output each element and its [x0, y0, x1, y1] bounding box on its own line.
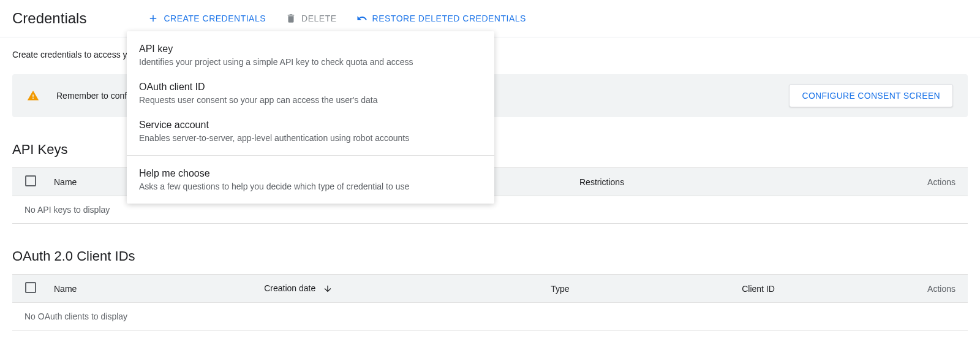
plus-icon	[148, 13, 159, 24]
content: API key Identifies your project using a …	[0, 37, 980, 363]
arrow-down-icon	[323, 283, 333, 294]
delete-label: DELETE	[301, 13, 336, 23]
dropdown-item-oauth-client-id[interactable]: OAuth client ID Requests user consent so…	[127, 74, 494, 112]
dropdown-item-title: API key	[139, 44, 482, 55]
create-credentials-label: CREATE CREDENTIALS	[164, 13, 266, 23]
select-all-checkbox[interactable]	[25, 175, 36, 186]
column-name[interactable]: Name	[49, 275, 259, 303]
configure-consent-button[interactable]: CONFIGURE CONSENT SCREEN	[789, 84, 953, 107]
dropdown-item-title: Help me choose	[139, 168, 482, 179]
dropdown-item-api-key[interactable]: API key Identifies your project using a …	[127, 36, 494, 74]
dropdown-item-desc: Asks a few questions to help you decide …	[139, 182, 482, 191]
column-actions: Actions	[849, 275, 968, 303]
empty-message: No OAuth clients to display	[12, 303, 968, 331]
dropdown-item-title: Service account	[139, 120, 482, 131]
restore-deleted-button[interactable]: RESTORE DELETED CREDENTIALS	[356, 13, 526, 24]
dropdown-divider	[127, 155, 494, 156]
create-credentials-dropdown: API key Identifies your project using a …	[127, 31, 494, 204]
column-type[interactable]: Type	[546, 275, 737, 303]
table-row-empty: No OAuth clients to display	[12, 303, 968, 331]
column-creation-date[interactable]: Creation date	[259, 275, 546, 303]
create-credentials-button[interactable]: CREATE CREDENTIALS	[148, 13, 266, 24]
restore-deleted-label: RESTORE DELETED CREDENTIALS	[372, 13, 526, 23]
column-actions: Actions	[790, 168, 968, 196]
toolbar-buttons: CREATE CREDENTIALS DELETE RESTORE DELETE…	[148, 13, 526, 24]
page-title: Credentials	[12, 10, 86, 27]
dropdown-item-desc: Identifies your project using a simple A…	[139, 57, 482, 67]
oauth-clients-table: Name Creation date Type Client ID Action…	[12, 274, 968, 331]
checkbox-header	[12, 275, 49, 303]
oauth-clients-title: OAuth 2.0 Client IDs	[12, 248, 968, 264]
column-restrictions[interactable]: Restrictions	[575, 168, 790, 196]
select-all-checkbox[interactable]	[25, 282, 36, 293]
column-creation-date-label: Creation date	[264, 283, 315, 293]
undo-icon	[356, 13, 368, 24]
delete-button[interactable]: DELETE	[285, 13, 336, 24]
dropdown-item-help-me-choose[interactable]: Help me choose Asks a few questions to h…	[127, 161, 494, 199]
checkbox-header	[12, 168, 49, 196]
dropdown-item-desc: Requests user consent so your app can ac…	[139, 95, 482, 105]
dropdown-item-title: OAuth client ID	[139, 82, 482, 93]
dropdown-item-desc: Enables server-to-server, app-level auth…	[139, 133, 482, 143]
dropdown-item-service-account[interactable]: Service account Enables server-to-server…	[127, 112, 494, 150]
trash-icon	[285, 13, 296, 24]
warning-icon	[27, 90, 39, 102]
table-header: Name Creation date Type Client ID Action…	[12, 275, 968, 303]
column-client-id[interactable]: Client ID	[737, 275, 849, 303]
